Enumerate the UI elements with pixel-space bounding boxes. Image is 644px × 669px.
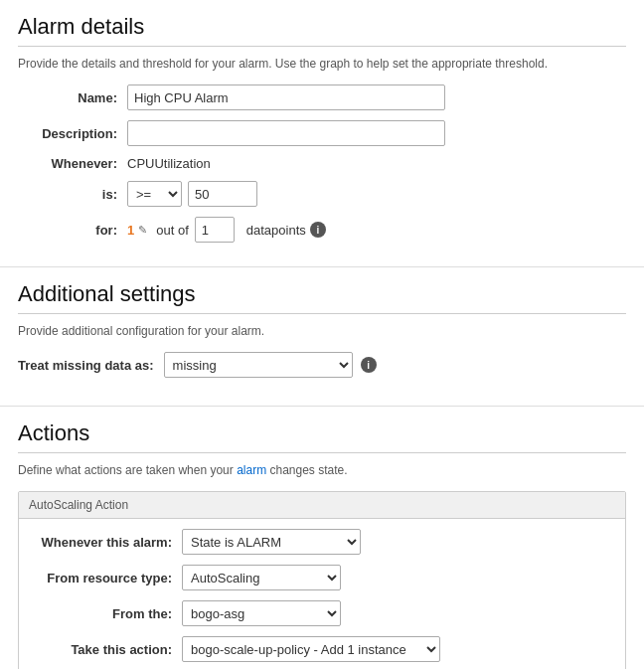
autoscaling-box: AutoScaling Action Whenever this alarm: … <box>18 491 626 669</box>
actions-title: Actions <box>18 420 626 446</box>
additional-settings-description: Provide additional configuration for you… <box>18 324 626 338</box>
threshold-input[interactable] <box>188 181 257 207</box>
alarm-details-section: Alarm details Provide the details and th… <box>0 0 644 267</box>
additional-settings-title: Additional settings <box>18 281 626 307</box>
name-label: Name: <box>18 90 117 105</box>
actions-description: Define what actions are taken when your … <box>18 463 626 477</box>
description-row: Description: <box>18 120 626 146</box>
for-label: for: <box>38 223 117 238</box>
is-label: is: <box>38 187 117 202</box>
from-the-row: From the: bogo-asg <box>33 600 611 626</box>
datapoints-info-icon[interactable]: i <box>310 222 326 238</box>
from-the-label: From the: <box>33 606 172 621</box>
whenever-metric: CPUUtilization <box>127 156 211 171</box>
resource-type-label: From resource type: <box>33 571 172 585</box>
take-action-row: Take this action: bogo-scale-up-policy -… <box>33 636 611 662</box>
autoscaling-header: AutoScaling Action <box>19 492 625 519</box>
alarm-details-title: Alarm details <box>18 14 626 40</box>
whenever-alarm-row: Whenever this alarm: State is ALARM Stat… <box>33 529 611 555</box>
description-input[interactable] <box>127 120 445 146</box>
resource-type-select[interactable]: AutoScaling EC2 <box>182 565 341 590</box>
autoscaling-body: Whenever this alarm: State is ALARM Stat… <box>19 519 625 669</box>
for-row: for: 1 ✎ out of datapoints i <box>38 217 626 243</box>
treat-missing-label: Treat missing data as: <box>18 358 154 373</box>
treat-missing-select[interactable]: missing notBreaching breaching ignore <box>164 352 353 378</box>
edit-icon[interactable]: ✎ <box>138 224 150 236</box>
datapoints-input[interactable] <box>195 217 235 243</box>
take-action-label: Take this action: <box>33 642 172 657</box>
is-row: is: >= > <= < <box>38 181 626 207</box>
treat-missing-info-icon[interactable]: i <box>361 357 377 373</box>
description-label: Description: <box>18 126 117 141</box>
actions-section: Actions Define what actions are taken wh… <box>0 407 644 669</box>
whenever-alarm-label: Whenever this alarm: <box>33 535 172 550</box>
resource-type-row: From resource type: AutoScaling EC2 <box>33 565 611 590</box>
name-input[interactable] <box>127 84 445 110</box>
whenever-row: Whenever: CPUUtilization <box>38 156 626 171</box>
name-row: Name: <box>18 84 626 110</box>
alarm-state-select[interactable]: State is ALARM State is OK State is INSU… <box>182 529 361 555</box>
for-out-of: out of <box>156 223 189 238</box>
operator-select[interactable]: >= > <= < <box>127 181 182 207</box>
datapoints-label: datapoints <box>246 223 306 238</box>
additional-settings-section: Additional settings Provide additional c… <box>0 267 644 407</box>
take-action-select[interactable]: bogo-scale-up-policy - Add 1 instance <box>182 636 440 662</box>
alarm-link[interactable]: alarm <box>237 463 266 477</box>
for-count: 1 <box>127 223 134 238</box>
alarm-details-description: Provide the details and threshold for yo… <box>18 57 626 71</box>
whenever-label: Whenever: <box>38 156 117 171</box>
from-the-select[interactable]: bogo-asg <box>182 600 341 626</box>
treat-missing-row: Treat missing data as: missing notBreach… <box>18 352 626 378</box>
